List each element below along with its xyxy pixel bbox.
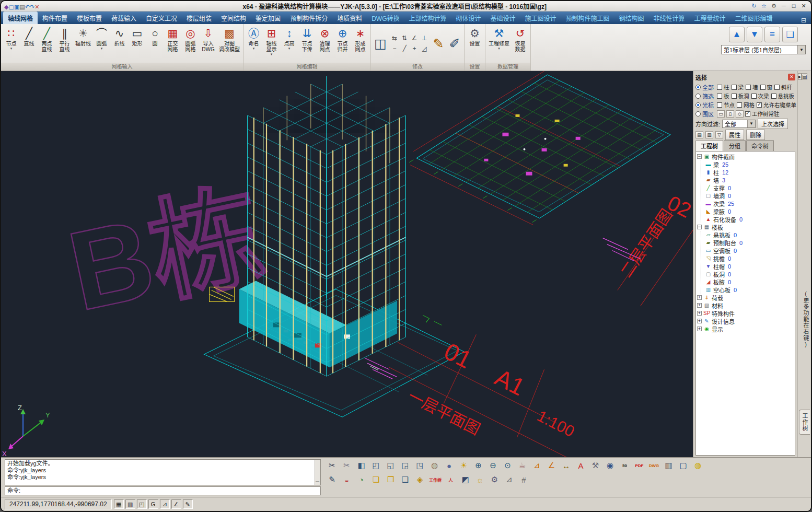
- measure-icon[interactable]: ⊿: [530, 459, 543, 472]
- view-axon-icon[interactable]: ◳: [413, 459, 426, 472]
- tab-非线性计算[interactable]: 非线性计算: [649, 11, 690, 24]
- tree-item-预制阳台[interactable]: ▰预制阳台0: [705, 239, 794, 247]
- expand-icon[interactable]: +: [697, 327, 702, 331]
- axis-display-button[interactable]: ⊞轴线 显示▾: [263, 25, 280, 62]
- half-cube-icon[interactable]: ◩: [459, 473, 472, 486]
- shade-icon[interactable]: ◍: [428, 459, 441, 472]
- line-button[interactable]: ╱直线: [20, 25, 38, 62]
- tab-地质资料[interactable]: 地质资料: [332, 11, 367, 24]
- copy-icon[interactable]: ❑: [399, 473, 412, 486]
- tab-空间结构[interactable]: 空间结构: [216, 11, 251, 24]
- expand-icon[interactable]: +: [697, 319, 702, 323]
- check-工作树常驻[interactable]: [745, 111, 750, 117]
- check-窗[interactable]: [760, 85, 765, 90]
- chevron-down-icon[interactable]: ▼: [797, 45, 805, 54]
- fontsize-button[interactable]: 50: [618, 459, 631, 472]
- new-doc-icon[interactable]: ▢: [8, 4, 14, 10]
- check-节点[interactable]: [717, 102, 722, 108]
- second-floor-plan[interactable]: [409, 71, 670, 225]
- check-墙[interactable]: [746, 85, 751, 90]
- snap-toggle[interactable]: ▥: [125, 499, 135, 509]
- clip-cut-icon[interactable]: ✂: [326, 459, 339, 472]
- tree-node-设计信息[interactable]: +✎设计信息: [697, 317, 794, 325]
- sun-icon[interactable]: ☼: [473, 473, 486, 486]
- settings-group-button[interactable]: ⚙设置: [466, 25, 483, 62]
- collapse-icon[interactable]: −: [697, 225, 702, 229]
- sheet-columns-icon[interactable]: ▥: [662, 459, 675, 472]
- direction-filter-dropdown[interactable]: 全部 ▼: [722, 120, 756, 128]
- print-icon[interactable]: ▤: [19, 4, 25, 10]
- tab-构件布置[interactable]: 构件布置: [38, 11, 72, 24]
- pie-icon[interactable]: ◔: [355, 473, 368, 486]
- angle-toggle[interactable]: ∠: [171, 499, 181, 509]
- ortho-grid-button[interactable]: ▦正交 网格: [164, 25, 181, 62]
- add-icon-button[interactable]: +: [410, 44, 419, 54]
- tab-楼层组装[interactable]: 楼层组装: [182, 11, 216, 24]
- tab-砌体设计[interactable]: 砌体设计: [451, 11, 486, 24]
- tab-自定义工况[interactable]: 自定义工况: [141, 11, 182, 24]
- tree-node-楼板[interactable]: −▦楼板: [697, 223, 794, 231]
- properties-button[interactable]: 属性: [725, 130, 744, 140]
- tab-轴线网格[interactable]: 轴线网格: [3, 11, 38, 24]
- circle-button[interactable]: ○圆: [146, 25, 164, 62]
- close-icon[interactable]: ✕: [788, 74, 795, 80]
- g-toggle[interactable]: G: [148, 499, 158, 509]
- move-icon-button[interactable]: ⇆: [390, 33, 399, 43]
- polyline-button[interactable]: ∿折线: [111, 25, 128, 62]
- restore-data-button[interactable]: ↺恢复 数据: [512, 25, 529, 62]
- copy-icon-button[interactable]: ⇅: [400, 33, 409, 43]
- axes-toggle[interactable]: ◰: [137, 499, 147, 509]
- display-icon[interactable]: ▢: [677, 459, 690, 472]
- ribbon-minimize-icon[interactable]: ⊟: [798, 17, 809, 24]
- redo-icon[interactable]: ↷: [30, 4, 34, 10]
- prop-list-icon[interactable]: ▥: [705, 131, 713, 138]
- tab-施工图设计[interactable]: 施工图设计: [520, 11, 561, 24]
- expand-icon[interactable]: +: [697, 295, 702, 300]
- floor-pages-button[interactable]: ❏: [782, 27, 798, 42]
- folder-open-icon[interactable]: ❏: [369, 473, 382, 486]
- pdf-export-icon[interactable]: PDF: [633, 459, 646, 472]
- project-repair-button[interactable]: ⚒工程修复▾: [487, 25, 511, 62]
- tree-node-特殊构件[interactable]: +SP特殊构件: [697, 309, 794, 317]
- panel-tab-命令树[interactable]: 命令树: [746, 140, 774, 151]
- collapse-icon[interactable]: −: [697, 154, 702, 159]
- prop-grid-icon[interactable]: ▤: [695, 131, 703, 138]
- align-icon-button[interactable]: ⊥: [420, 33, 429, 43]
- wrench-icon[interactable]: ⚒: [589, 459, 602, 472]
- tab-鉴定加固[interactable]: 鉴定加固: [251, 11, 285, 24]
- tree-item-墙[interactable]: ▰墙3: [705, 176, 794, 184]
- check-板[interactable]: [717, 94, 722, 99]
- check-斜杆[interactable]: [774, 85, 780, 90]
- mirror-button[interactable]: ◫: [373, 25, 388, 62]
- light-icon[interactable]: ☀: [457, 459, 470, 472]
- region-poly-icon[interactable]: ◇: [736, 110, 744, 118]
- tree-item-墙洞[interactable]: ▢墙洞0: [705, 192, 794, 200]
- clip-trim-icon[interactable]: ✂: [340, 459, 353, 472]
- worktree-tab[interactable]: 工作树: [799, 410, 810, 435]
- zoom-extent-icon[interactable]: ⊙: [501, 459, 514, 472]
- dimension-icon[interactable]: ↔: [560, 459, 573, 472]
- radial-line-button[interactable]: ☀辐射线: [74, 25, 92, 62]
- model-canvas[interactable]: B栋: [1, 71, 693, 457]
- save-icon[interactable]: ▣: [14, 4, 19, 10]
- filter-funnel-icon[interactable]: ▽: [715, 131, 723, 138]
- tab-DWG转换[interactable]: DWG转换: [367, 11, 404, 24]
- extend-icon-button[interactable]: ╱: [400, 44, 409, 54]
- text-icon[interactable]: A: [574, 459, 587, 472]
- view-iso-icon[interactable]: ◧: [355, 459, 368, 472]
- tree-item-次梁[interactable]: ▬次梁25: [705, 200, 794, 207]
- tree-node-材料[interactable]: +▨材料: [697, 301, 794, 309]
- expand-icon[interactable]: +: [697, 311, 702, 316]
- erase-icon-button[interactable]: −: [390, 44, 399, 54]
- palette-icon[interactable]: ◒: [340, 473, 353, 486]
- check-允许右键菜单[interactable]: [757, 102, 762, 108]
- tree-item-梁腋[interactable]: ◣梁腋0: [705, 207, 794, 215]
- axis-name-button[interactable]: Ⓐ命名▾: [245, 25, 262, 62]
- survey-icon[interactable]: ⊿: [503, 473, 516, 486]
- tab-基础设计[interactable]: 基础设计: [486, 11, 520, 24]
- tree-item-悬挑板[interactable]: ▱悬挑板0: [705, 231, 794, 239]
- region-cross-icon[interactable]: ▯: [726, 110, 734, 118]
- tab-上部结构计算[interactable]: 上部结构计算: [404, 11, 451, 24]
- radio-filter[interactable]: [695, 94, 701, 99]
- tree-item-空心板[interactable]: ▥空心板0: [705, 286, 794, 294]
